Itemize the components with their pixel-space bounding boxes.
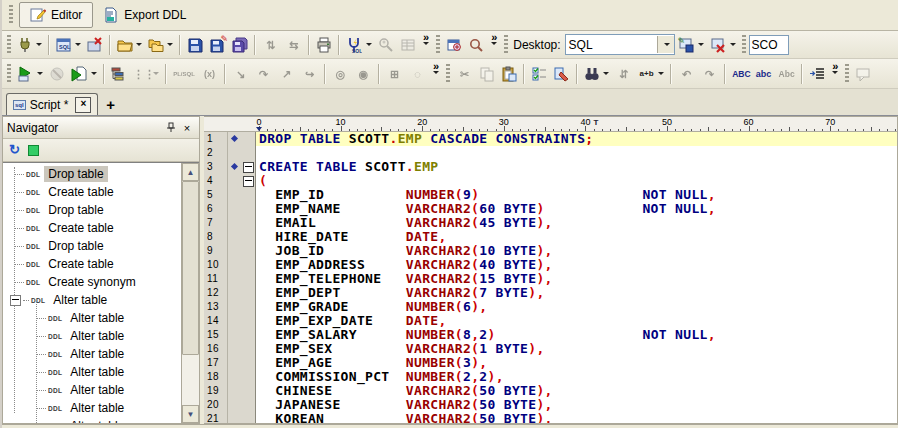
- collapse-minus-icon[interactable]: [10, 295, 21, 306]
- code-line[interactable]: 14 EMP_EXP_DATE DATE,: [204, 314, 897, 328]
- tree-item-alter-table[interactable]: DDLAlter table: [3, 327, 181, 345]
- replace-button[interactable]: a+b: [635, 61, 667, 87]
- tree-item-drop-table[interactable]: DDLDrop table: [3, 237, 181, 255]
- scrollbar-track[interactable]: [182, 181, 199, 405]
- code-text[interactable]: EMP_ADDRESS VARCHAR2(40 BYTE),: [256, 258, 897, 272]
- code-text[interactable]: (: [256, 174, 897, 188]
- toolbar-grip[interactable]: [504, 35, 508, 55]
- undo-button[interactable]: ↶: [675, 61, 698, 87]
- execute-button[interactable]: [14, 61, 46, 87]
- code-text[interactable]: EMP_TELEPHONE VARCHAR2(15 BYTE),: [256, 272, 897, 286]
- save-button[interactable]: [184, 32, 206, 58]
- tab-script[interactable]: sql Script * ×: [6, 93, 98, 115]
- pin-icon[interactable]: [163, 120, 179, 135]
- tune-statement-button[interactable]: SQL: [343, 32, 375, 58]
- save-desktop-button[interactable]: ✎: [675, 32, 707, 58]
- toolbar-grip[interactable]: [436, 35, 440, 55]
- code-line[interactable]: 3CREATE TABLE SCOTT.EMP: [204, 160, 897, 174]
- preview-button[interactable]: [465, 32, 487, 58]
- toolbar-grip[interactable]: [7, 64, 11, 84]
- compare-next-button[interactable]: ⇆: [282, 32, 305, 58]
- code-text[interactable]: EMP_ID NUMBER(9) NOT NULL,: [256, 188, 897, 202]
- code-line[interactable]: 18 COMMISSION_PCT NUMBER(2,2),: [204, 370, 897, 384]
- toolbar-overflow-button[interactable]: »: [429, 61, 443, 87]
- code-line[interactable]: 16 EMP_SEX VARCHAR2(1 BYTE),: [204, 342, 897, 356]
- desktop-combobox[interactable]: SQL: [565, 34, 675, 55]
- paste-button[interactable]: [498, 61, 520, 87]
- indent-button[interactable]: [806, 61, 828, 87]
- select-lines-button[interactable]: [528, 61, 550, 87]
- tree-item-alter-table[interactable]: DDLAlter table: [3, 363, 181, 381]
- code-line[interactable]: 4(: [204, 174, 897, 188]
- fold-minus-icon[interactable]: [243, 162, 254, 173]
- code-text[interactable]: CREATE TABLE SCOTT.EMP: [256, 160, 897, 174]
- step-out-button[interactable]: ↗: [275, 61, 298, 87]
- code-text[interactable]: CHINESE VARCHAR2(50 BYTE),: [256, 384, 897, 398]
- tree-item-alter-table[interactable]: DDLAlter table: [3, 291, 181, 309]
- profiler-button[interactable]: [375, 32, 397, 58]
- break-button[interactable]: [46, 61, 68, 87]
- code-line[interactable]: 12 EMP_DEPT VARCHAR2(7 BYTE),: [204, 286, 897, 300]
- code-line[interactable]: 7 EMAIL VARCHAR2(45 BYTE),: [204, 216, 897, 230]
- code-line[interactable]: 2: [204, 146, 897, 160]
- code-text[interactable]: KOREAN VARCHAR2(50 BYTE),: [256, 412, 897, 423]
- code-text[interactable]: EMP_GRADE NUMBER(6),: [256, 300, 897, 314]
- toolbar-overflow-button[interactable]: »: [828, 61, 842, 87]
- tree-item-drop-table[interactable]: DDLDrop table: [3, 165, 181, 183]
- tab-export-ddl[interactable]: Export DDL: [93, 3, 196, 27]
- tree-item-alter-table[interactable]: DDLAlter table: [3, 399, 181, 417]
- explain-plan-button[interactable]: [108, 61, 130, 87]
- tree-item-create-table[interactable]: DDLCreate table: [3, 219, 181, 237]
- print-button[interactable]: [313, 32, 335, 58]
- refresh-icon[interactable]: ↻: [9, 143, 20, 157]
- table-tool-button[interactable]: [397, 32, 419, 58]
- tree-item-alter-table[interactable]: DDLAlter table: [3, 309, 181, 327]
- connect-button[interactable]: [14, 32, 45, 58]
- code-line[interactable]: 13 EMP_GRADE NUMBER(6),: [204, 300, 897, 314]
- code-text[interactable]: EMAIL VARCHAR2(45 BYTE),: [256, 216, 897, 230]
- cut-button[interactable]: ✂: [453, 61, 476, 87]
- code-line[interactable]: 8 HIRE_DATE DATE,: [204, 230, 897, 244]
- toolbar-grip[interactable]: [9, 5, 13, 25]
- code-line[interactable]: 11 EMP_TELEPHONE VARCHAR2(15 BYTE),: [204, 272, 897, 286]
- toggle-breakpoint-button[interactable]: ◎: [329, 61, 352, 87]
- toolbar-overflow-button[interactable]: »: [487, 32, 501, 58]
- tab-editor[interactable]: Editor: [19, 2, 93, 28]
- uppercase-button[interactable]: ABC: [729, 61, 752, 87]
- scrollbar-thumb[interactable]: [182, 181, 199, 355]
- combobox-drop-button[interactable]: [657, 36, 674, 53]
- code-line[interactable]: 6 EMP_NAME VARCHAR2(60 BYTE) NOT NULL,: [204, 202, 897, 216]
- toolbar-grip[interactable]: [446, 64, 450, 84]
- execute-script-button[interactable]: [68, 61, 100, 87]
- tree-item-alter-table[interactable]: DDLAlter table: [3, 381, 181, 399]
- compare-previous-button[interactable]: ⇅: [259, 32, 282, 58]
- scroll-down-button[interactable]: ▼: [182, 405, 199, 423]
- code-line[interactable]: 15 EMP_SALARY NUMBER(8,2) NOT NULL,: [204, 328, 897, 342]
- find-button[interactable]: [581, 61, 612, 87]
- find-next-button[interactable]: ⇵: [612, 61, 635, 87]
- code-line[interactable]: 20 JAPANESE VARCHAR2(50 BYTE),: [204, 398, 897, 412]
- fold-minus-icon[interactable]: [243, 176, 254, 187]
- toolbar-grip[interactable]: [7, 35, 11, 55]
- step-over-button[interactable]: ↷: [252, 61, 275, 87]
- code-line[interactable]: 19 CHINESE VARCHAR2(50 BYTE),: [204, 384, 897, 398]
- code-text[interactable]: EMP_SEX VARCHAR2(1 BYTE),: [256, 342, 897, 356]
- open-file-button[interactable]: [114, 32, 145, 58]
- comment-button[interactable]: [852, 61, 874, 87]
- sql-editor[interactable]: 01020304050607080T 1DROP TABLE SCOTT.EMP…: [204, 116, 898, 424]
- toolbar-overflow-button[interactable]: »: [419, 32, 433, 58]
- code-line[interactable]: 5 EMP_ID NUMBER(9) NOT NULL,: [204, 188, 897, 202]
- close-icon[interactable]: ×: [179, 120, 195, 135]
- step-into-button[interactable]: ↘: [229, 61, 252, 87]
- status-indicator-icon[interactable]: [28, 145, 39, 156]
- reopen-file-button[interactable]: [145, 32, 176, 58]
- code-line[interactable]: 17 EMP_AGE NUMBER(3),: [204, 356, 897, 370]
- code-line[interactable]: 1DROP TABLE SCOTT.EMP CASCADE CONSTRAINT…: [204, 132, 897, 146]
- lowercase-button[interactable]: abc: [752, 61, 775, 87]
- schema-input[interactable]: SCO: [749, 35, 789, 55]
- tree-item-alter-table[interactable]: DDLAlter table: [3, 417, 181, 423]
- scroll-up-button[interactable]: ▲: [182, 163, 199, 181]
- code-text[interactable]: EMP_EXP_DATE DATE,: [256, 314, 897, 328]
- plsql-block-button[interactable]: PL/SQL: [170, 61, 198, 87]
- code-text[interactable]: DROP TABLE SCOTT.EMP CASCADE CONSTRAINTS…: [256, 132, 897, 146]
